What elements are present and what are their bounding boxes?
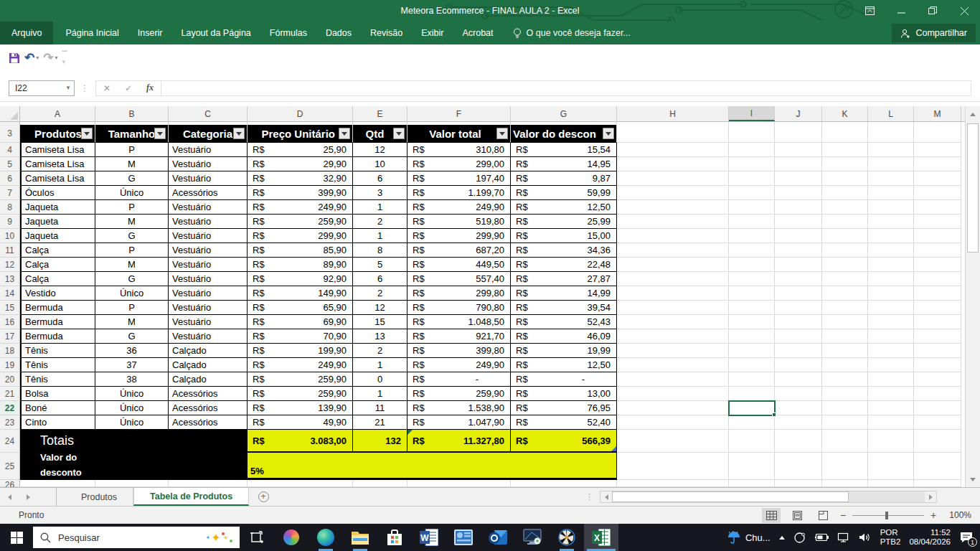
cell-category[interactable]: Vestuário — [169, 329, 248, 344]
cell-discount[interactable]: R$12,50 — [511, 358, 617, 372]
cell-qty[interactable]: 1 — [353, 387, 407, 401]
sheet-nav-left-icon[interactable] — [0, 488, 19, 506]
cell-product[interactable]: Óculos — [20, 186, 95, 200]
column-header-d[interactable]: D — [248, 106, 353, 121]
copilot-button[interactable] — [274, 524, 308, 551]
filter-icon[interactable] — [81, 128, 93, 139]
cell-price[interactable]: R$32,90 — [248, 171, 353, 186]
cell-total[interactable]: R$249,90 — [407, 200, 511, 215]
cell-qty[interactable]: 2 — [353, 286, 407, 301]
fill-handle[interactable] — [772, 413, 776, 417]
table-header-categoria[interactable]: Categoria — [169, 125, 248, 143]
cell-discount[interactable]: R$25,99 — [511, 215, 617, 229]
cell-category[interactable]: Vestuário — [169, 200, 248, 215]
cell-category[interactable]: Vestuário — [169, 215, 248, 229]
cell-total[interactable]: R$310,80 — [407, 143, 511, 157]
ribbon-tab-revisao[interactable]: Revisão — [361, 22, 412, 44]
volume-tray-icon[interactable] — [855, 524, 875, 551]
row-header[interactable]: 20 — [0, 372, 20, 387]
cell-price[interactable]: R$249,90 — [248, 200, 353, 215]
network-tray-icon[interactable] — [834, 524, 854, 551]
cell-discount[interactable]: R$19,99 — [511, 344, 617, 358]
vertical-scroll-thumb[interactable] — [967, 123, 979, 253]
start-button[interactable] — [0, 524, 33, 551]
discount-label-cell[interactable]: Valor do desconto — [20, 453, 248, 480]
cell-discount[interactable]: R$9,87 — [511, 171, 617, 186]
cell-total[interactable]: R$299,80 — [407, 286, 511, 301]
cell-size[interactable]: Único — [95, 387, 169, 401]
cell-total[interactable]: R$1.199,70 — [407, 186, 511, 200]
cell-size[interactable]: 37 — [95, 358, 169, 372]
cell-category[interactable]: Acessórios — [169, 401, 248, 415]
cell-product[interactable]: Jaqueta — [20, 215, 95, 229]
cell-product[interactable]: Jaqueta — [20, 229, 95, 243]
totals-qty-cell[interactable]: 132 — [353, 430, 407, 453]
cell-price[interactable]: R$49,90 — [248, 415, 353, 430]
cell-total[interactable]: R$1.047,90 — [407, 415, 511, 430]
row-header[interactable]: 25 — [0, 453, 20, 480]
cell-price[interactable]: R$29,90 — [248, 157, 353, 171]
cell-discount[interactable]: R$15,00 — [511, 229, 617, 243]
ribbon-tab-pagina-inicial[interactable]: Página Inicial — [56, 22, 128, 44]
cell-price[interactable]: R$65,90 — [248, 301, 353, 315]
column-header-k[interactable]: K — [822, 106, 868, 121]
cell-price[interactable]: R$399,90 — [248, 186, 353, 200]
cell-price[interactable]: R$149,90 — [248, 286, 353, 301]
cell-qty[interactable]: 1 — [353, 358, 407, 372]
normal-view-button[interactable] — [762, 508, 781, 523]
cell-discount[interactable]: R$52,40 — [511, 415, 617, 430]
cell-category[interactable]: Acessórios — [169, 186, 248, 200]
column-header-a[interactable]: A — [20, 106, 95, 121]
task-view-button[interactable] — [240, 524, 274, 551]
cell-discount[interactable]: R$39,54 — [511, 301, 617, 315]
row-header[interactable]: 10 — [0, 229, 20, 243]
cell-category[interactable]: Vestuário — [169, 171, 248, 186]
microsoft-store-button[interactable] — [377, 524, 412, 551]
cell-total[interactable]: R$249,90 — [407, 358, 511, 372]
cell-discount[interactable]: R$52,43 — [511, 315, 617, 329]
cell-qty[interactable]: 1 — [353, 200, 407, 215]
zoom-slider-thumb[interactable] — [885, 512, 888, 519]
redo-button[interactable]: ↷▾ — [43, 50, 57, 65]
filter-icon[interactable] — [496, 128, 508, 139]
cell-size[interactable]: P — [95, 301, 169, 315]
cell-category[interactable]: Vestuário — [169, 301, 248, 315]
name-box-dropdown-icon[interactable]: ▼ — [65, 85, 71, 91]
row-header[interactable]: 24 — [0, 430, 20, 453]
cell-qty[interactable]: 21 — [353, 415, 407, 430]
cell-size[interactable]: 38 — [95, 372, 169, 387]
table-header-tamanho[interactable]: Tamanho — [95, 125, 169, 143]
cell-discount[interactable]: R$15,54 — [511, 143, 617, 157]
cell-price[interactable]: R$139,90 — [248, 401, 353, 415]
horizontal-scroll-thumb[interactable] — [612, 491, 849, 502]
ribbon-tab-dados[interactable]: Dados — [316, 22, 361, 44]
cell-product[interactable]: Bermuda — [20, 329, 95, 344]
dashboard-app-button[interactable] — [446, 524, 481, 551]
table-header-produtos[interactable]: Produtos — [20, 125, 95, 143]
table-header-valor-total[interactable]: Valor total — [407, 125, 511, 143]
scroll-left-icon[interactable] — [600, 491, 612, 502]
restore-button[interactable] — [917, 0, 948, 22]
cell-qty[interactable]: 11 — [353, 401, 407, 415]
cell-discount[interactable]: R$14,99 — [511, 286, 617, 301]
cell-product[interactable]: Cinto — [20, 415, 95, 430]
cell-price[interactable]: R$70,90 — [248, 329, 353, 344]
row-header[interactable]: 3 — [0, 125, 20, 143]
totals-total-cell[interactable]: R$11.327,80 — [407, 430, 511, 453]
cell-qty[interactable]: 2 — [353, 215, 407, 229]
filter-icon[interactable] — [393, 128, 405, 139]
ribbon-tab-inserir[interactable]: Inserir — [128, 22, 172, 44]
redo-dropdown-icon[interactable]: ▾ — [55, 55, 58, 61]
language-indicator[interactable]: POR PTB2 — [877, 524, 905, 551]
cell-qty[interactable]: 13 — [353, 329, 407, 344]
row-header[interactable]: 4 — [0, 143, 20, 157]
filter-icon[interactable] — [154, 128, 166, 139]
column-header-h[interactable]: H — [617, 106, 729, 121]
page-layout-view-button[interactable] — [788, 508, 806, 523]
cell-total[interactable]: R$1.538,90 — [407, 401, 511, 415]
cell-total[interactable]: R$299,90 — [407, 229, 511, 243]
cell-product[interactable]: Vestido — [20, 286, 95, 301]
cell-total[interactable]: R$1.048,50 — [407, 315, 511, 329]
undo-button[interactable]: ↶▾ — [24, 50, 39, 65]
cell-category[interactable]: Calçado — [169, 372, 248, 387]
